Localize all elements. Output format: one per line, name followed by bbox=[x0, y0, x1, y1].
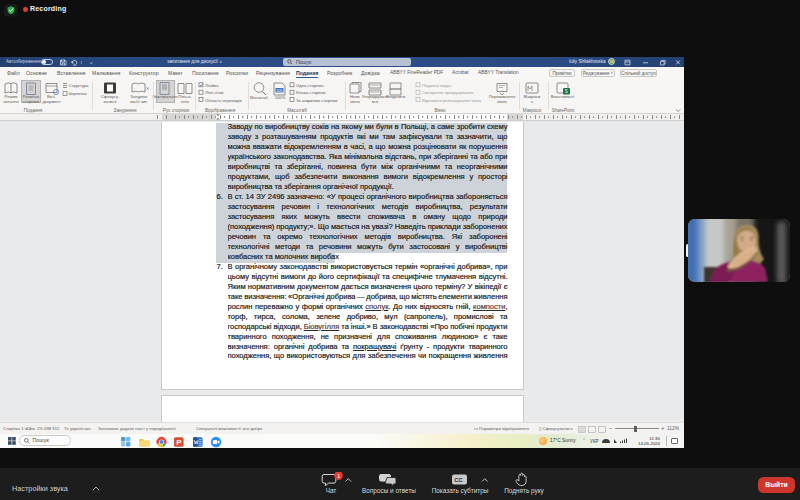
svg-text:УКР: УКР bbox=[590, 439, 599, 444]
svg-text:P: P bbox=[176, 438, 182, 447]
svg-text:CC: CC bbox=[454, 477, 463, 483]
svg-text:100: 100 bbox=[276, 88, 282, 92]
